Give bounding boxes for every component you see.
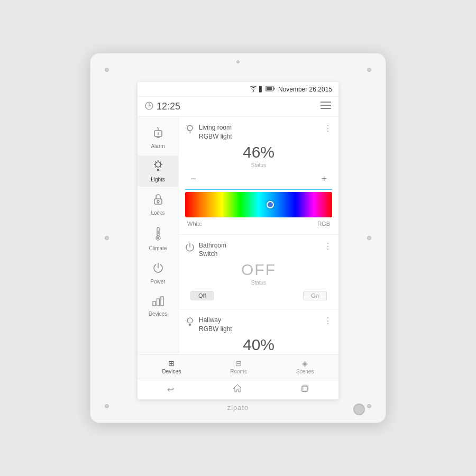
screw-tl (105, 68, 109, 72)
sidebar-item-lights[interactable]: Lights (138, 155, 178, 187)
tab-devices-label: Devices (162, 369, 181, 374)
sidebar-item-devices[interactable]: Devices (138, 291, 178, 321)
sidebar-label-locks: Locks (151, 210, 164, 216)
svg-rect-2 (266, 87, 272, 90)
brand-label: zipato (227, 404, 249, 411)
sidebar-label-devices: Devices (149, 311, 168, 317)
svg-rect-36 (157, 299, 159, 306)
tab-scenes-label: Scenes (296, 369, 314, 374)
switch-control: Off On (185, 289, 332, 303)
device-card-living-room: Living roomRGBW light ⋮ 46% Status − + (179, 117, 338, 235)
switch-off-btn[interactable]: Off (190, 291, 214, 300)
tab-devices[interactable]: ⊞ Devices (157, 358, 187, 376)
color-gradient (185, 192, 332, 217)
recent-button[interactable] (301, 384, 309, 395)
device-card-hallway: HallwayRGBW light ⋮ 40% (179, 309, 338, 354)
device-name-2: BathroomSwitch (199, 241, 226, 259)
svg-rect-37 (161, 297, 163, 306)
sidebar-label-climate: Climate (149, 245, 167, 251)
svg-point-28 (157, 200, 159, 203)
color-cursor (267, 201, 274, 208)
device-card-top-row-2: BathroomSwitch (185, 241, 226, 259)
sidebar: Alarm (138, 117, 179, 354)
brightness-increase[interactable]: + (316, 173, 332, 185)
color-label-white: White (187, 221, 202, 227)
menu-button[interactable] (321, 101, 331, 112)
clock-icon (145, 102, 153, 112)
svg-line-23 (155, 167, 156, 168)
more-options-3[interactable]: ⋮ (324, 316, 332, 326)
status-bar: ▋ November 26.2015 (138, 82, 338, 97)
status-icons: ▋ (250, 85, 275, 93)
locks-icon (153, 193, 163, 208)
status-date: November 26.2015 (278, 86, 332, 93)
power-switch-icon (185, 242, 195, 255)
tab-rooms-label: Rooms (230, 369, 247, 374)
power-icon (152, 262, 164, 277)
more-options-1[interactable]: ⋮ (324, 123, 332, 133)
more-options-2[interactable]: ⋮ (324, 241, 332, 251)
device-name-1: Living roomRGBW light (199, 123, 232, 141)
light-bulb-icon-1 (185, 124, 195, 138)
device-card-top-row-1: Living roomRGBW light (185, 123, 232, 141)
svg-rect-35 (153, 301, 155, 306)
top-bar: 12:25 (138, 97, 338, 117)
switch-on-btn[interactable]: On (303, 291, 327, 300)
signal-icon: ▋ (259, 86, 263, 92)
svg-line-42 (187, 125, 187, 126)
back-button[interactable]: ↩ (167, 385, 174, 395)
tab-scenes-icon: ◈ (302, 359, 308, 368)
clock-time: 12:25 (157, 101, 180, 112)
bottom-tabs: ⊞ Devices ⊟ Rooms ◈ Scenes (138, 354, 338, 379)
wifi-icon (250, 85, 257, 93)
sidebar-item-climate[interactable]: Climate (138, 222, 178, 255)
svg-point-32 (157, 237, 159, 239)
status-value-1: 46% (185, 144, 332, 160)
screen: ▋ November 26.2015 (138, 82, 338, 399)
screw-mr (367, 236, 371, 240)
color-label-rgb: RGB (317, 221, 330, 227)
off-text: OFF (241, 261, 276, 278)
device-name-3: HallwayRGBW light (199, 316, 232, 334)
screw-bl (105, 404, 109, 408)
home-button-nav[interactable] (233, 383, 242, 395)
tab-devices-icon: ⊞ (168, 359, 175, 368)
svg-line-11 (157, 127, 158, 128)
device-frame: ▋ November 26.2015 (90, 53, 386, 423)
sidebar-item-alarm[interactable]: Alarm (138, 122, 178, 153)
sidebar-item-power[interactable]: Power (138, 258, 178, 289)
brightness-control: − + (185, 171, 332, 190)
svg-point-38 (187, 125, 193, 131)
status-value-2: OFF (185, 262, 332, 278)
home-button-physical[interactable] (353, 404, 365, 415)
clock-area: 12:25 (145, 101, 180, 112)
color-picker[interactable] (185, 192, 332, 217)
screw-ml (105, 236, 109, 240)
android-nav: ↩ (138, 379, 338, 399)
devices-icon (152, 295, 164, 309)
svg-point-47 (187, 318, 193, 323)
svg-line-21 (155, 162, 156, 163)
sidebar-item-locks[interactable]: Locks (138, 189, 178, 220)
main-content: Alarm (138, 117, 338, 354)
brightness-decrease[interactable]: − (185, 173, 202, 185)
tab-scenes[interactable]: ◈ Scenes (291, 358, 319, 376)
svg-rect-1 (273, 87, 274, 89)
battery-icon (266, 86, 275, 93)
svg-line-43 (193, 125, 194, 126)
status-value-3: 40% (185, 337, 332, 353)
climate-icon (154, 226, 162, 244)
svg-line-22 (160, 162, 161, 163)
svg-point-16 (155, 162, 161, 167)
screw-tr (367, 68, 371, 72)
sidebar-label-power: Power (150, 279, 165, 285)
device-list: Living roomRGBW light ⋮ 46% Status − + (179, 117, 338, 354)
svg-point-15 (158, 134, 159, 135)
screw-br (367, 404, 371, 408)
sidebar-label-alarm: Alarm (151, 143, 164, 149)
device-card-info-2: BathroomSwitch (199, 241, 226, 259)
device-card-info-1: Living roomRGBW light (199, 123, 232, 141)
tab-rooms[interactable]: ⊟ Rooms (225, 358, 252, 376)
top-sensor (236, 60, 240, 63)
device-card-bathroom: BathroomSwitch ⋮ OFF Status Off On (179, 235, 338, 310)
